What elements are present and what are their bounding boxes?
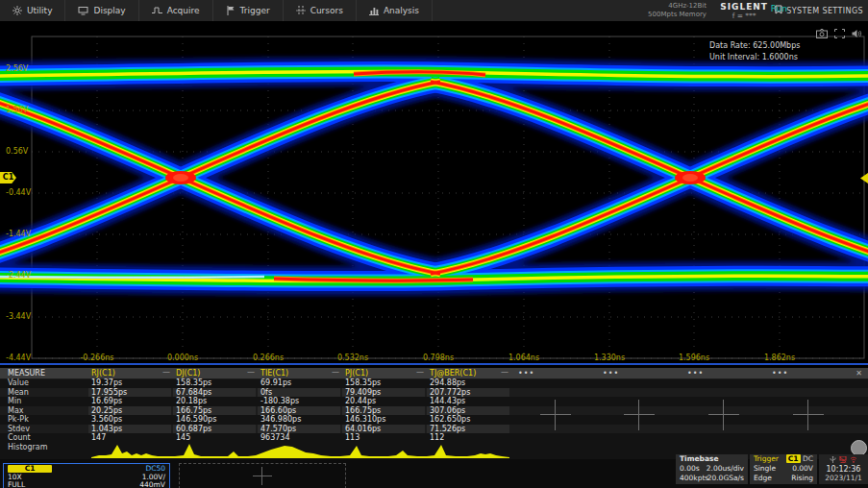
wifi-error-icon [850, 456, 857, 465]
remove-measure-icon[interactable]: — [162, 368, 170, 377]
y-axis-label: 2.56V [6, 64, 28, 73]
trigger-level: 0.00V [792, 464, 813, 474]
trigger-mode: Single [754, 464, 776, 473]
clock-descriptor[interactable]: 10:12:36 2023/11/1 [819, 454, 868, 484]
jitter-histogram-path [91, 444, 509, 458]
y-axis-label: 0.56V [6, 147, 28, 156]
menu-display[interactable]: Display [65, 0, 138, 21]
brand-logo-text: SIGLENT [720, 2, 768, 12]
system-settings-label: SYSTEM SETTINGS [786, 7, 863, 15]
freq-counter: f = *** [720, 12, 768, 20]
analysis-icon [369, 6, 379, 15]
eye-diagram [0, 21, 868, 368]
spec-bandwidth: 4GHz-12Bit [648, 2, 707, 11]
fullscreen-icon[interactable] [834, 24, 845, 42]
timebase-title: Timebase [680, 454, 719, 463]
remove-measure-icon[interactable]: — [332, 368, 339, 377]
menu-acquire[interactable]: Acquire [139, 0, 213, 21]
timebase-descriptor[interactable]: Timebase 0.00s 2.00us/div 400kpts 20.0GS… [676, 454, 748, 484]
remove-measure-icon[interactable]: — [416, 368, 424, 377]
menu-trigger[interactable]: Trigger [213, 0, 284, 21]
measure-slot-menu[interactable]: ••• [687, 369, 704, 378]
remove-measure-icon[interactable]: — [501, 368, 508, 377]
measure-slot-menu[interactable]: ••• [603, 369, 619, 378]
trigger-descriptor[interactable]: Trigger C1 DC Single 0.00V Edge Rising [750, 454, 817, 484]
waveform-icon [152, 6, 162, 15]
x-axis-label: 0.266ns [253, 354, 284, 362]
pin-icon [775, 5, 782, 16]
trigger-coupling: DC [803, 454, 813, 463]
gear-icon [12, 6, 22, 15]
menu-analysis[interactable]: Analysis [357, 0, 433, 21]
trigger-type: Edge [754, 474, 772, 482]
display-icon [78, 6, 88, 15]
channel1-bandwidth: FULL [8, 480, 25, 488]
add-channel-button[interactable] [179, 463, 346, 488]
channel1-descriptor[interactable]: C1 DC50 10X 1.00V/ FULL 440mV [3, 463, 170, 488]
measure-row-value: Value 19.37ps158.35ps69.91ps158.35ps294.… [0, 378, 868, 388]
cursors-icon [296, 6, 306, 15]
y-axis-label: -2.44V [6, 271, 31, 280]
add-measure-button[interactable] [540, 400, 571, 430]
measure-slot-menu[interactable]: ••• [518, 369, 534, 378]
menu-acquire-label: Acquire [167, 6, 200, 15]
usb-icon [830, 456, 836, 465]
measure-panel: MEASURE RJ(C1) — DJ(C1) — TIE(C1) — PJ(C… [0, 368, 868, 459]
menu-cursors[interactable]: Cursors [284, 0, 357, 21]
menu-cursors-label: Cursors [310, 6, 343, 15]
clock-time: 10:12:36 [819, 465, 868, 474]
camera-icon[interactable] [816, 24, 828, 42]
plot-divider [0, 363, 868, 365]
add-measure-button[interactable] [708, 400, 739, 430]
x-axis-label: 1.596ns [679, 354, 709, 362]
lan-error-icon [839, 456, 847, 465]
x-axis-label: 0.000ns [167, 354, 198, 362]
close-icon[interactable]: ✕ [856, 369, 862, 378]
trigger-title: Trigger [754, 454, 779, 463]
x-axis-label: 1.330ns [594, 354, 625, 362]
add-measure-button[interactable] [793, 400, 824, 430]
unit-interval-readout: Unit Interval: 1.6000ns [709, 53, 798, 61]
x-axis-label: 0.798ns [423, 354, 454, 362]
menu-items: Utility Display Acquire Trigger Cursors … [0, 0, 433, 21]
timebase-srate: 20.0GSa/s [707, 474, 744, 483]
channel1-coupling: DC50 [145, 465, 165, 473]
flag-icon [226, 6, 236, 15]
speaker-icon[interactable] [852, 24, 862, 42]
menu-trigger-label: Trigger [240, 6, 270, 15]
menu-display-label: Display [93, 6, 125, 15]
y-axis-label: -3.44V [6, 312, 31, 321]
x-axis-label: 1.862ns [764, 354, 795, 362]
eye-waveform [0, 71, 868, 281]
scope-spec: 4GHz-12Bit 500Mpts Memory [648, 2, 707, 19]
y-axis-label: 1.56V [6, 106, 28, 114]
measure-slot-menu[interactable]: ••• [772, 369, 788, 378]
trigger-slope: Rising [791, 474, 813, 483]
channel1-offset: 440mV [139, 481, 165, 488]
clock-date: 2023/11/1 [819, 474, 868, 482]
menu-utility-label: Utility [27, 6, 52, 15]
menu-bar: Utility Display Acquire Trigger Cursors … [0, 0, 868, 22]
data-rate-readout: Data Rate: 625.00Mbps [709, 41, 800, 50]
measure-row-mean: Mean 17.955ps67.684ps0fs79.409ps207.772p… [0, 388, 868, 398]
brand-block: SIGLENT f = *** [720, 2, 768, 20]
y-axis-label: -4.44V [6, 354, 31, 362]
remove-measure-icon[interactable]: — [247, 368, 255, 377]
y-axis-label: -0.44V [6, 188, 31, 197]
y-axis-label: -1.44V [6, 230, 31, 238]
spec-memory: 500Mpts Memory [648, 11, 707, 19]
x-axis-label: 1.064ns [508, 354, 539, 362]
timebase-delay: 0.00s [680, 464, 700, 473]
menu-analysis-label: Analysis [384, 6, 419, 15]
waveform-display: 2.56V 1.56V 0.56V -0.44V -1.44V -2.44V -… [0, 21, 868, 368]
trigger-source-badge: C1 [786, 454, 801, 463]
add-measure-button[interactable] [624, 400, 655, 430]
menu-utility[interactable]: Utility [0, 0, 65, 21]
x-axis-label: 0.532ns [337, 354, 368, 362]
measure-title: MEASURE [8, 369, 45, 378]
oscilloscope-screen: Utility Display Acquire Trigger Cursors … [0, 0, 868, 488]
timebase-scale: 2.00us/div [707, 464, 744, 474]
x-axis-label: -0.266ns [80, 354, 113, 362]
system-settings-button[interactable]: SYSTEM SETTINGS [775, 5, 863, 16]
timebase-mdepth: 400kpts [680, 474, 708, 482]
